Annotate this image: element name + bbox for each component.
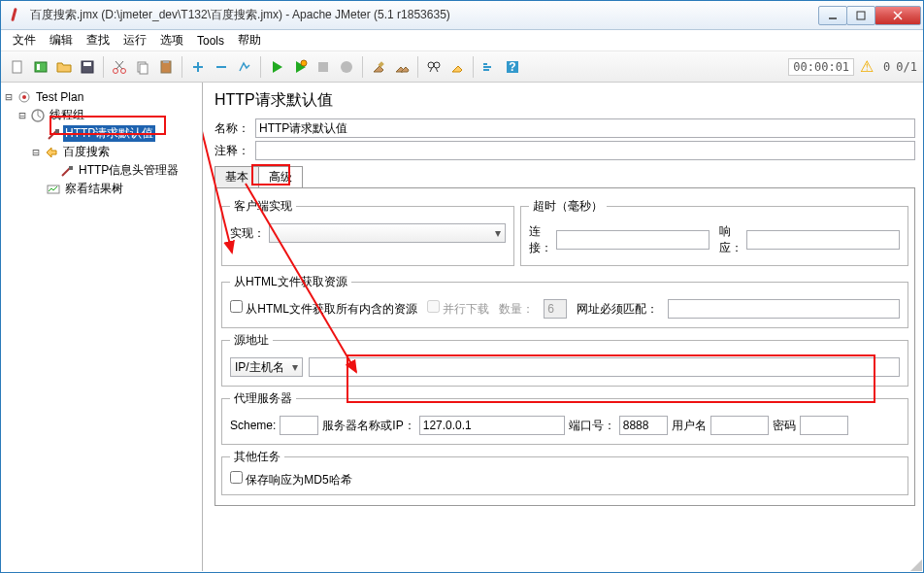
save-icon[interactable]: [77, 56, 98, 78]
stop-icon[interactable]: [313, 56, 334, 78]
count-input: [544, 299, 567, 319]
toggle-icon[interactable]: [234, 56, 255, 78]
server-input[interactable]: [419, 416, 565, 435]
svg-rect-16: [163, 60, 169, 63]
expander-icon[interactable]: ⊟: [30, 146, 42, 159]
impl-combo[interactable]: [269, 223, 506, 243]
svg-point-10: [121, 68, 126, 73]
toolbar: ? 00:00:01 ⚠ 0 0/1: [1, 51, 923, 83]
svg-point-9: [114, 68, 118, 73]
svg-point-22: [341, 61, 352, 73]
maximize-button[interactable]: [846, 6, 875, 25]
tree-view-results[interactable]: 察看结果树: [63, 181, 125, 197]
listener-icon: [46, 182, 61, 197]
expander-icon[interactable]: ⊟: [16, 109, 28, 122]
other-legend: 其他任务: [230, 449, 284, 465]
source-type-combo[interactable]: IP/主机名: [230, 357, 303, 377]
annotation-box: [251, 164, 290, 185]
menu-tools[interactable]: Tools: [191, 32, 230, 50]
svg-rect-8: [83, 62, 91, 66]
warning-icon[interactable]: ⚠: [860, 57, 874, 76]
menu-file[interactable]: 文件: [7, 30, 42, 51]
svg-rect-40: [48, 185, 59, 193]
threadgroup-icon: [30, 108, 46, 123]
copy-icon[interactable]: [132, 56, 153, 78]
config-icon: [59, 163, 75, 179]
search-icon[interactable]: [423, 56, 445, 78]
svg-text:?: ?: [509, 60, 515, 74]
svg-rect-1: [857, 12, 865, 19]
concurrent-check: 并行下载: [427, 300, 489, 318]
minimize-button[interactable]: [818, 6, 847, 25]
scheme-input[interactable]: [280, 416, 318, 435]
response-label: 响应：: [719, 223, 742, 256]
thread-count: 0/1: [896, 60, 917, 74]
templates-icon[interactable]: [30, 56, 51, 78]
port-input[interactable]: [619, 416, 668, 435]
tree-baidu[interactable]: 百度搜索: [61, 144, 112, 160]
source-legend: 源地址: [230, 332, 273, 349]
svg-line-27: [436, 68, 438, 72]
response-input[interactable]: [746, 230, 900, 250]
annotation-box: [50, 116, 166, 135]
port-label: 端口号：: [569, 418, 615, 434]
svg-rect-39: [69, 166, 73, 170]
connect-label: 连接：: [529, 223, 552, 256]
svg-point-25: [434, 62, 440, 68]
function-helper-icon[interactable]: [478, 56, 500, 78]
expander-icon[interactable]: ⊟: [3, 90, 15, 104]
start-icon[interactable]: [266, 56, 287, 78]
new-icon[interactable]: [7, 56, 28, 78]
menu-search[interactable]: 查找: [81, 30, 116, 51]
user-input[interactable]: [710, 416, 769, 435]
svg-point-20: [301, 60, 307, 66]
menu-options[interactable]: 选项: [154, 30, 189, 51]
clear-all-icon[interactable]: [391, 56, 412, 78]
svg-rect-28: [483, 63, 487, 65]
menu-run[interactable]: 运行: [117, 30, 152, 51]
close-button[interactable]: [874, 6, 921, 25]
server-label: 服务器名称或IP：: [322, 418, 414, 434]
client-impl-legend: 客户端实现: [230, 198, 296, 215]
titlebar: 百度搜索.jmx (D:\jmeter_dev\T132\百度搜索.jmx) -…: [1, 1, 923, 30]
svg-rect-21: [318, 62, 328, 72]
svg-line-38: [62, 168, 70, 176]
user-label: 用户名: [672, 418, 707, 434]
help-icon[interactable]: ?: [502, 56, 523, 78]
expand-icon[interactable]: [187, 56, 209, 78]
svg-line-11: [116, 61, 123, 69]
connect-input[interactable]: [556, 230, 710, 250]
menu-edit[interactable]: 编辑: [44, 30, 79, 51]
annotation-box: [346, 354, 875, 403]
clear-icon[interactable]: [368, 56, 389, 78]
menu-help[interactable]: 帮助: [232, 30, 267, 51]
name-input[interactable]: [255, 118, 915, 138]
test-plan-tree[interactable]: ⊟Test Plan ⊟线程组 HTTP请求默认值 ⊟百度搜索 HTTP信息头管…: [1, 83, 203, 571]
shutdown-icon[interactable]: [336, 56, 357, 78]
open-icon[interactable]: [53, 56, 75, 78]
cut-icon[interactable]: [109, 56, 130, 78]
paste-icon[interactable]: [155, 56, 177, 78]
svg-point-24: [428, 62, 434, 68]
pass-input[interactable]: [800, 416, 848, 435]
resize-grip[interactable]: [908, 557, 922, 571]
svg-rect-5: [35, 62, 47, 72]
svg-rect-14: [140, 64, 148, 74]
start-notimer-icon[interactable]: [289, 56, 311, 78]
window-title: 百度搜索.jmx (D:\jmeter_dev\T132\百度搜索.jmx) -…: [26, 7, 819, 23]
tree-root[interactable]: Test Plan: [34, 90, 85, 104]
testplan-icon: [16, 89, 32, 105]
tree-header-mgr[interactable]: HTTP信息头管理器: [77, 162, 181, 179]
panel-title: HTTP请求默认值: [214, 90, 915, 111]
comment-input[interactable]: [255, 141, 915, 160]
reset-search-icon[interactable]: [446, 56, 468, 78]
retrieve-check[interactable]: 从HTML文件获取所有内含的资源: [230, 300, 417, 318]
embedded-legend: 从HTML文件获取资源: [230, 274, 351, 290]
md5-check[interactable]: 保存响应为MD5哈希: [230, 473, 352, 487]
svg-point-34: [22, 95, 26, 99]
match-label: 网址必须匹配：: [577, 301, 658, 318]
pass-label: 密码: [773, 418, 796, 434]
collapse-icon[interactable]: [211, 56, 232, 78]
timeout-legend: 超时（毫秒）: [529, 198, 607, 215]
match-input[interactable]: [668, 299, 900, 319]
